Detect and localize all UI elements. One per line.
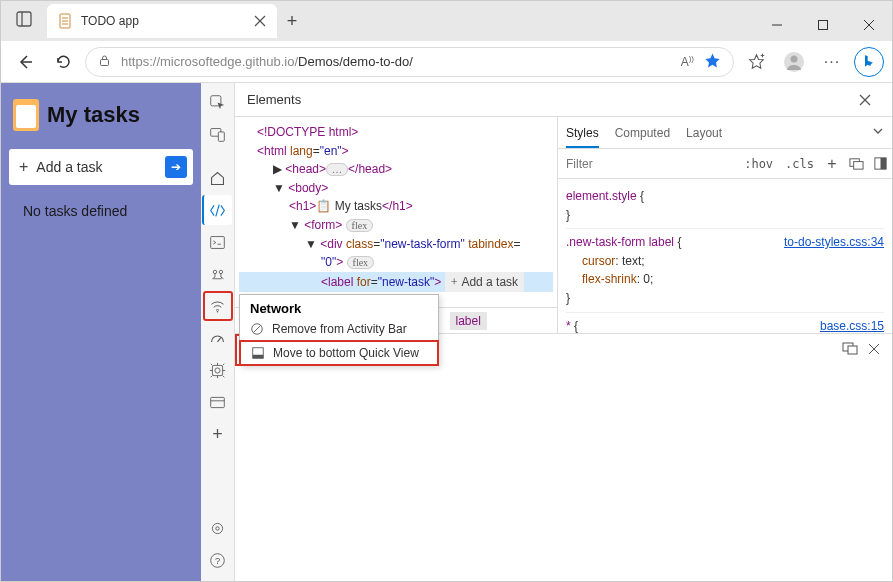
svg-rect-43: [880, 158, 886, 169]
lock-icon: [98, 54, 111, 70]
svg-point-30: [212, 523, 222, 533]
submit-button[interactable]: ➔: [165, 156, 187, 178]
dom-pane: <!DOCTYPE html> <html lang="en"> ▶ <head…: [235, 117, 558, 333]
svg-rect-41: [853, 162, 862, 170]
tab-strip: TODO app +: [1, 1, 307, 41]
favorite-icon[interactable]: [704, 52, 721, 72]
inspect-icon[interactable]: [203, 87, 233, 117]
svg-point-24: [217, 311, 219, 313]
svg-rect-26: [212, 365, 222, 375]
welcome-icon[interactable]: [203, 163, 233, 193]
svg-rect-28: [211, 397, 225, 407]
filter-input[interactable]: [558, 149, 738, 178]
styles-tabs: Styles Computed Layout: [558, 117, 892, 149]
svg-rect-39: [253, 355, 264, 359]
activity-bar: + ?: [201, 83, 235, 581]
panel-title: Elements: [247, 92, 301, 107]
styles-filter-bar: :hov .cls +: [558, 149, 892, 179]
svg-rect-0: [17, 12, 31, 26]
network-icon[interactable]: [203, 291, 233, 321]
cls-toggle[interactable]: .cls: [779, 157, 820, 171]
close-devtools-button[interactable]: [850, 85, 880, 115]
device-icon[interactable]: [203, 119, 233, 149]
hov-toggle[interactable]: :hov: [738, 157, 779, 171]
memory-icon[interactable]: [203, 355, 233, 385]
new-tab-button[interactable]: +: [277, 4, 307, 38]
svg-line-25: [218, 337, 221, 341]
styles-pane: Styles Computed Layout :hov .cls + eleme…: [558, 117, 892, 333]
close-window-button[interactable]: [846, 9, 892, 41]
address-bar[interactable]: https://microsoftedge.github.io/Demos/de…: [85, 47, 734, 77]
svg-rect-45: [848, 346, 857, 354]
refresh-button[interactable]: [47, 46, 79, 78]
app-pane: My tasks + Add a task ➔ No tasks defined: [1, 83, 201, 581]
chevron-down-icon[interactable]: [872, 125, 884, 140]
toolbar: https://microsoftedge.github.io/Demos/de…: [1, 41, 892, 83]
menu-icon[interactable]: ···: [816, 46, 848, 78]
devtools-header: Elements: [235, 83, 892, 117]
tab-actions-button[interactable]: [7, 4, 41, 34]
app-title: My tasks: [47, 102, 140, 128]
profile-icon[interactable]: [778, 46, 810, 78]
application-icon[interactable]: [203, 387, 233, 417]
devtools-panel: Elements <!DOCTYPE html> <html lang="en"…: [235, 83, 892, 581]
context-move[interactable]: Move to bottom Quick View: [239, 340, 439, 366]
computed-toggle-icon[interactable]: [844, 156, 868, 171]
svg-point-31: [216, 526, 219, 529]
console-icon[interactable]: [203, 227, 233, 257]
collections-icon[interactable]: [740, 46, 772, 78]
sources-icon[interactable]: [203, 259, 233, 289]
svg-rect-20: [218, 131, 224, 140]
svg-point-23: [219, 270, 222, 273]
tab-computed[interactable]: Computed: [615, 126, 670, 140]
bing-button[interactable]: [854, 47, 884, 77]
tab-layout[interactable]: Layout: [686, 126, 722, 140]
titlebar: TODO app +: [1, 1, 892, 41]
maximize-button[interactable]: [800, 9, 846, 41]
plus-icon: +: [19, 158, 28, 176]
settings-icon[interactable]: [203, 513, 233, 543]
drawer-dock-icon[interactable]: [842, 341, 858, 359]
context-remove[interactable]: Remove from Activity Bar: [240, 318, 438, 340]
svg-point-27: [215, 367, 220, 372]
page-icon: [57, 13, 73, 29]
empty-state: No tasks defined: [9, 199, 193, 223]
add-task-placeholder: Add a task: [36, 159, 102, 175]
svg-text:?: ?: [215, 555, 220, 565]
move-bottom-icon: [251, 346, 265, 360]
url-text: https://microsoftedge.github.io/Demos/de…: [121, 54, 671, 69]
app-header: My tasks: [9, 95, 193, 135]
svg-point-17: [791, 55, 798, 62]
dom-tree[interactable]: <!DOCTYPE html> <html lang="en"> ▶ <head…: [235, 117, 557, 307]
drawer-close-icon[interactable]: [868, 341, 880, 359]
new-style-icon[interactable]: +: [820, 155, 844, 173]
browser-tab[interactable]: TODO app: [47, 4, 277, 38]
tab-title: TODO app: [81, 14, 245, 28]
back-button[interactable]: [9, 46, 41, 78]
svg-rect-21: [211, 236, 225, 248]
more-tools-icon[interactable]: +: [203, 419, 233, 449]
context-menu: Network Remove from Activity Bar Move to…: [239, 294, 439, 366]
svg-rect-13: [101, 59, 109, 65]
window-controls: [754, 9, 892, 41]
svg-rect-9: [819, 21, 828, 30]
context-title: Network: [240, 295, 438, 318]
minimize-button[interactable]: [754, 9, 800, 41]
tab-styles[interactable]: Styles: [566, 126, 599, 148]
elements-icon[interactable]: [202, 195, 232, 225]
layout-toggle-icon[interactable]: [868, 156, 892, 171]
add-task-input[interactable]: + Add a task ➔: [9, 149, 193, 185]
clipboard-icon: [13, 99, 39, 131]
help-icon[interactable]: ?: [203, 545, 233, 575]
reader-icon[interactable]: A)): [681, 54, 694, 69]
performance-icon[interactable]: [203, 323, 233, 353]
svg-line-37: [254, 326, 261, 333]
close-tab-icon[interactable]: [253, 14, 267, 28]
svg-point-22: [213, 270, 216, 273]
remove-icon: [250, 322, 264, 336]
style-rules[interactable]: element.style {} .new-task-form label { …: [558, 179, 892, 333]
